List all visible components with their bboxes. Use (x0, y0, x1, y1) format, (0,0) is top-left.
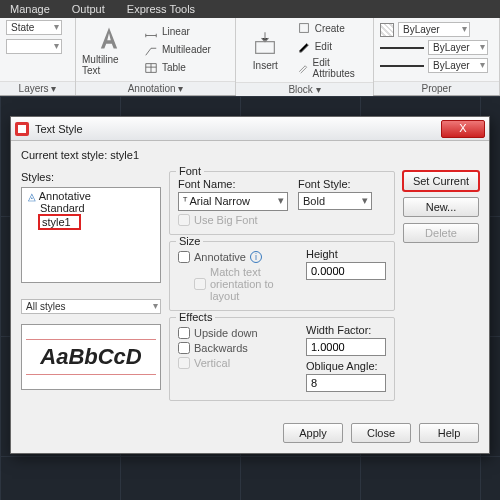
style-item-selected[interactable]: style1 (38, 214, 81, 230)
multiline-text-button[interactable]: Multiline Text (82, 24, 136, 76)
upside-down-checkbox[interactable]: Upside down (178, 327, 296, 339)
panel-title-layers[interactable]: Layers ▾ (0, 81, 75, 95)
annotative-checkbox[interactable]: Annotative i (178, 251, 296, 263)
svg-rect-1 (299, 24, 308, 33)
width-factor-input[interactable] (306, 338, 386, 356)
linear-button[interactable]: Linear (142, 24, 213, 40)
linear-icon (144, 25, 158, 39)
tab-manage[interactable]: Manage (6, 2, 54, 18)
size-group: Size Annotative i Match text orientation… (169, 241, 395, 311)
panel-title-annotation[interactable]: Annotation ▾ (76, 81, 235, 95)
edit-block-button[interactable]: Edit (295, 38, 367, 54)
edit-icon (297, 39, 311, 53)
color-swatch[interactable] (380, 23, 394, 37)
table-icon (144, 61, 158, 75)
close-dialog-button[interactable]: Close (351, 423, 411, 443)
help-button[interactable]: Help (419, 423, 479, 443)
text-style-dialog: Text Style X Current text style: style1 … (10, 116, 490, 454)
tab-output[interactable]: Output (68, 2, 109, 18)
font-style-dropdown[interactable]: Bold (298, 192, 372, 210)
panel-properties: ByLayer ByLayer ByLayer Proper (374, 18, 500, 95)
oblique-angle-label: Oblique Angle: (306, 360, 386, 372)
app-icon (15, 122, 29, 136)
oblique-angle-input[interactable] (306, 374, 386, 392)
linetype-dropdown[interactable]: ByLayer (428, 58, 488, 73)
layer-color-dropdown[interactable] (6, 39, 62, 54)
layer-state-dropdown[interactable]: State (6, 20, 62, 35)
lineweight-swatch (380, 47, 424, 49)
create-icon (297, 21, 311, 35)
panel-title-block[interactable]: Block ▾ (236, 82, 373, 96)
delete-style-button: Delete (403, 223, 479, 243)
panel-annotation: Multiline Text Linear Multileader Table … (76, 18, 236, 95)
create-block-button[interactable]: Create (295, 20, 367, 36)
lineweight-dropdown[interactable]: ByLayer (428, 40, 488, 55)
style-preview: AaBbCcD (21, 324, 161, 390)
backwards-checkbox[interactable]: Backwards (178, 342, 296, 354)
font-group: Font Font Name: ᵀ Arial Narrow Font Styl… (169, 171, 395, 235)
style-filter-dropdown[interactable]: All styles (21, 299, 161, 314)
font-style-label: Font Style: (298, 178, 372, 190)
attr-icon (297, 61, 309, 75)
insert-button[interactable]: Insert (242, 30, 289, 71)
use-big-font-checkbox: Use Big Font (178, 214, 386, 226)
multileader-button[interactable]: Multileader (142, 42, 213, 58)
current-style-label: Current text style: style1 (21, 149, 479, 161)
match-orientation-checkbox: Match text orientation to layout (178, 266, 296, 302)
style-item-standard[interactable]: Standard (26, 202, 156, 214)
vertical-checkbox: Vertical (178, 357, 296, 369)
table-button[interactable]: Table (142, 60, 213, 76)
insert-icon (251, 30, 279, 58)
color-bylayer-dropdown[interactable]: ByLayer (398, 22, 470, 37)
edit-attributes-button[interactable]: Edit Attributes (295, 56, 367, 80)
close-button[interactable]: X (441, 120, 485, 138)
styles-listbox[interactable]: Annotative Standard style1 (21, 187, 161, 283)
ribbon: State Layers ▾ Multiline Text Linear Mul… (0, 18, 500, 96)
dialog-titlebar[interactable]: Text Style X (11, 117, 489, 141)
info-icon[interactable]: i (250, 251, 262, 263)
panel-title-properties[interactable]: Proper (374, 81, 499, 95)
apply-button[interactable]: Apply (283, 423, 343, 443)
panel-layers: State Layers ▾ (0, 18, 76, 95)
style-item-annotative[interactable]: Annotative (26, 190, 156, 202)
font-name-dropdown[interactable]: ᵀ Arial Narrow (178, 192, 288, 211)
effects-group: Effects Upside down Backwards Vertical W… (169, 317, 395, 401)
ribbon-tabstrip: Manage Output Express Tools (0, 0, 500, 18)
linetype-swatch (380, 65, 424, 67)
width-factor-label: Width Factor: (306, 324, 386, 336)
dialog-title: Text Style (35, 123, 435, 135)
height-input[interactable] (306, 262, 386, 280)
font-name-label: Font Name: (178, 178, 288, 190)
panel-block: Insert Create Edit Edit Attributes Block… (236, 18, 374, 95)
height-label: Height (306, 248, 386, 260)
styles-label: Styles: (21, 171, 161, 183)
multileader-icon (144, 43, 158, 57)
svg-rect-0 (256, 41, 275, 53)
new-style-button[interactable]: New... (403, 197, 479, 217)
tab-express-tools[interactable]: Express Tools (123, 2, 199, 18)
set-current-button[interactable]: Set Current (403, 171, 479, 191)
text-a-icon (95, 24, 123, 52)
